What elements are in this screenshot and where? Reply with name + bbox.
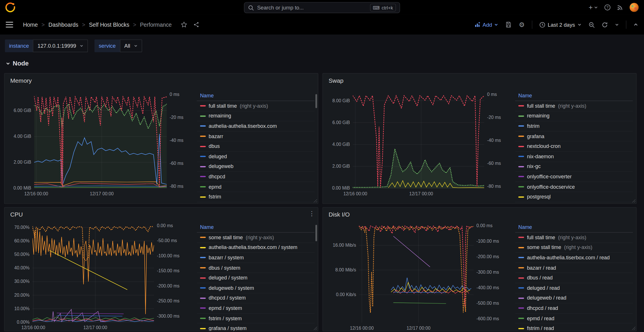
- legend-item[interactable]: fstrim: [515, 121, 633, 131]
- legend-item[interactable]: full stall time(right y-axis): [197, 101, 315, 111]
- svg-text:0.00 MiB: 0.00 MiB: [13, 186, 31, 190]
- toolbar-divider: [532, 21, 532, 29]
- variable-instance-select[interactable]: 127.0.0.1:19999: [33, 39, 88, 52]
- variable-instance: instance 127.0.0.1:19999: [5, 39, 88, 52]
- legend-item[interactable]: delugeweb / read: [515, 293, 633, 303]
- legend-label: delugeweb / system: [209, 285, 254, 291]
- legend-item[interactable]: some stall time(right y-axis): [515, 243, 633, 253]
- legend-item[interactable]: dhcpcd / system: [197, 293, 315, 303]
- variable-service-select[interactable]: All: [120, 39, 142, 52]
- series-color-swatch: [518, 105, 524, 107]
- panel-title[interactable]: Swap: [329, 77, 344, 84]
- panel-title[interactable]: Memory: [10, 77, 32, 84]
- dashboard-settings-button[interactable]: ⚙: [519, 21, 525, 28]
- breadcrumb-dashboards[interactable]: Dashboards: [49, 22, 78, 28]
- cpu-legend: Name some stall time(right y-axis)authel…: [197, 222, 315, 331]
- legend-item[interactable]: authelia-authelia.tiserbox.com / read: [515, 253, 633, 263]
- legend-name-header[interactable]: Name: [197, 222, 315, 233]
- legend-item[interactable]: grafana: [515, 132, 633, 142]
- legend-item[interactable]: fstrim / system: [197, 314, 315, 324]
- legend-item[interactable]: dhcpcd / read: [515, 303, 633, 313]
- memory-legend: Name full stall time(right y-axis)remain…: [197, 91, 315, 203]
- legend-item[interactable]: remaining: [197, 111, 315, 121]
- legend-item[interactable]: nix-daemon: [515, 152, 633, 162]
- refresh-interval-dropdown[interactable]: [615, 23, 619, 27]
- help-button[interactable]: ?: [604, 4, 611, 11]
- legend-item[interactable]: dbus / system: [197, 263, 315, 273]
- legend-scrollbar[interactable]: [315, 225, 317, 241]
- menu-toggle-button[interactable]: [6, 22, 13, 28]
- svg-text:0 ms: 0 ms: [487, 92, 497, 97]
- row-node[interactable]: Node: [6, 60, 29, 67]
- user-avatar[interactable]: [629, 3, 639, 12]
- legend-item[interactable]: epmd / read: [515, 314, 633, 324]
- share-button[interactable]: [193, 21, 200, 28]
- favorite-star-button[interactable]: [181, 21, 187, 28]
- breadcrumb-current[interactable]: Performance: [140, 22, 172, 28]
- breadcrumb-folder[interactable]: Self Host Blocks: [89, 22, 129, 28]
- legend-name-header[interactable]: Name: [197, 91, 315, 101]
- news-rss-button[interactable]: [617, 4, 623, 10]
- panel-title[interactable]: CPU: [10, 211, 23, 218]
- legend-item[interactable]: full stall time(right y-axis): [515, 233, 633, 243]
- refresh-button[interactable]: [602, 22, 608, 28]
- search-input[interactable]: Search or jump to... ⌨ ctrl+k: [244, 2, 400, 13]
- add-label: Add: [483, 22, 492, 28]
- legend-suffix: (right y-axis): [564, 245, 592, 250]
- svg-text:-50.00 ms: -50.00 ms: [157, 238, 177, 243]
- legend-item[interactable]: epmd / system: [197, 303, 315, 313]
- grafana-logo[interactable]: [5, 2, 15, 13]
- legend-name-header[interactable]: Name: [515, 91, 633, 101]
- series-color-swatch: [518, 277, 524, 279]
- legend-item[interactable]: full stall time(right y-axis): [515, 101, 633, 111]
- breadcrumb: Home > Dashboards > Self Host Blocks > P…: [23, 22, 172, 28]
- panel-title[interactable]: Disk I/O: [329, 211, 350, 218]
- zoom-out-button[interactable]: [589, 22, 595, 28]
- legend-item[interactable]: postgresql: [515, 192, 633, 202]
- legend-item[interactable]: epmd: [197, 182, 315, 192]
- legend-item[interactable]: delugeweb / system: [197, 283, 315, 293]
- legend-item[interactable]: some stall time(right y-axis): [197, 233, 315, 243]
- time-range-picker[interactable]: Last 2 days: [539, 22, 581, 28]
- svg-text:-150.00 ms: -150.00 ms: [157, 268, 180, 273]
- svg-text:-300.00 ms: -300.00 ms: [157, 314, 180, 319]
- panel-menu-button[interactable]: ⋮: [308, 210, 315, 218]
- new-menu-button[interactable]: +: [589, 4, 598, 11]
- legend-item[interactable]: authelia-authelia.tiserbox.com: [197, 121, 315, 131]
- add-panel-button[interactable]: Add: [474, 22, 498, 28]
- legend-scrollbar[interactable]: [315, 94, 317, 108]
- legend-label: some stall time: [527, 245, 561, 250]
- legend-item[interactable]: authelia-authelia.tiserbox.com / system: [197, 243, 315, 253]
- legend-item[interactable]: onlyoffice-docservice: [515, 182, 633, 192]
- legend-item[interactable]: dbus / read: [515, 273, 633, 283]
- legend-item[interactable]: fstrim: [197, 192, 315, 202]
- series-color-swatch: [200, 126, 206, 127]
- save-dashboard-button[interactable]: [505, 21, 512, 28]
- legend-item[interactable]: grafana / system: [197, 324, 315, 331]
- legend-item[interactable]: nextcloud-cron: [515, 142, 633, 152]
- svg-text:-600.00 ms: -600.00 ms: [476, 316, 499, 321]
- legend-item[interactable]: dhcpcd: [197, 172, 315, 182]
- legend-item[interactable]: bazarr: [197, 132, 315, 142]
- legend-label: bazarr / system: [209, 255, 244, 260]
- memory-chart[interactable]: 12/16 00:0012/17 00:000.00 MiB2.00 GiB4.…: [5, 90, 194, 200]
- breadcrumb-home[interactable]: Home: [23, 22, 38, 28]
- svg-text:6.00 GiB: 6.00 GiB: [332, 120, 350, 125]
- disk-io-chart[interactable]: 12/16 00:0012/17 00:000.00 Kib/s8.00 Mib…: [323, 221, 513, 331]
- keyboard-icon: ⌨: [373, 5, 380, 10]
- legend-item[interactable]: deluged / system: [197, 273, 315, 283]
- legend-item[interactable]: delugeweb: [197, 162, 315, 172]
- legend-item[interactable]: deluged: [197, 152, 315, 162]
- legend-name-header[interactable]: Name: [515, 222, 633, 233]
- swap-chart[interactable]: 12/16 00:0012/17 00:000.00 MiB2.00 GiB4.…: [323, 90, 513, 200]
- cpu-chart[interactable]: 12/16 00:0012/17 00:000.00%10.00%20.00%3…: [5, 221, 194, 331]
- legend-item[interactable]: bazarr / system: [197, 253, 315, 263]
- legend-item[interactable]: deluged / read: [515, 283, 633, 293]
- collapse-toolbar-button[interactable]: [633, 22, 638, 27]
- legend-item[interactable]: dbus: [197, 142, 315, 152]
- legend-item[interactable]: bazarr / read: [515, 263, 633, 273]
- legend-item[interactable]: nix-gc: [515, 162, 633, 172]
- legend-item[interactable]: onlyoffice-converter: [515, 172, 633, 182]
- legend-item[interactable]: fstrim / read: [515, 324, 633, 331]
- legend-item[interactable]: remaining: [515, 111, 633, 121]
